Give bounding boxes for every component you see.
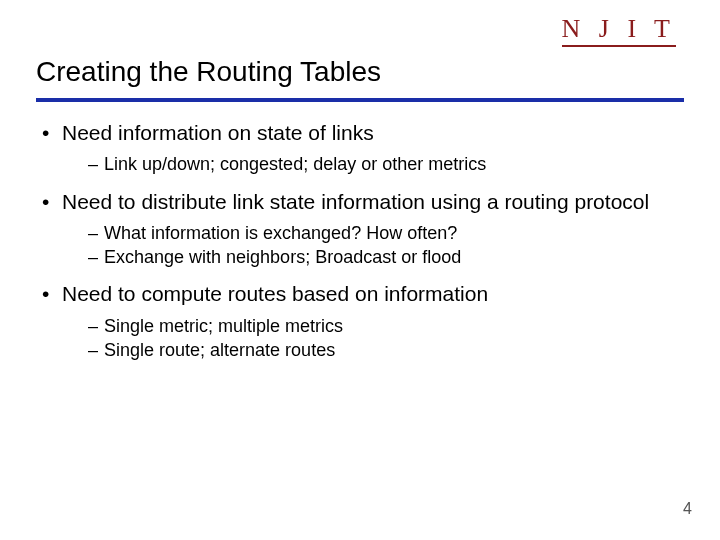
bullet-item: Need to compute routes based on informat… xyxy=(40,281,684,362)
sub-bullet-text: Single route; alternate routes xyxy=(104,340,335,360)
sub-bullet-item: Link up/down; congested; delay or other … xyxy=(88,152,684,176)
bullet-text: Need to compute routes based on informat… xyxy=(62,282,488,305)
title-underline xyxy=(36,98,684,102)
bullet-item: Need to distribute link state informatio… xyxy=(40,189,684,270)
njit-logo: N J I T xyxy=(562,14,676,47)
sub-bullet-text: Link up/down; congested; delay or other … xyxy=(104,154,486,174)
bullet-text: Need to distribute link state informatio… xyxy=(62,190,649,213)
sub-bullet-text: What information is exchanged? How often… xyxy=(104,223,457,243)
bullet-item: Need information on state of links Link … xyxy=(40,120,684,177)
sub-bullet-item: Single route; alternate routes xyxy=(88,338,684,362)
sub-bullet-item: Single metric; multiple metrics xyxy=(88,314,684,338)
sub-bullet-item: What information is exchanged? How often… xyxy=(88,221,684,245)
bullet-list: Need information on state of links Link … xyxy=(36,120,684,362)
sub-bullet-text: Exchange with neighbors; Broadcast or fl… xyxy=(104,247,461,267)
sub-bullet-list: Link up/down; congested; delay or other … xyxy=(62,152,684,176)
sub-bullet-list: Single metric; multiple metrics Single r… xyxy=(62,314,684,363)
sub-bullet-item: Exchange with neighbors; Broadcast or fl… xyxy=(88,245,684,269)
slide: N J I T Creating the Routing Tables Need… xyxy=(0,0,720,540)
sub-bullet-list: What information is exchanged? How often… xyxy=(62,221,684,270)
page-number: 4 xyxy=(683,500,692,518)
logo-text: N J I T xyxy=(562,14,676,47)
sub-bullet-text: Single metric; multiple metrics xyxy=(104,316,343,336)
bullet-text: Need information on state of links xyxy=(62,121,374,144)
